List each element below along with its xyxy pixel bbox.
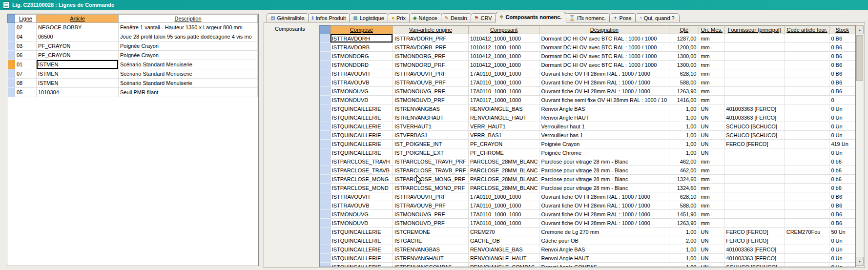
grid-cell[interactable]: Ouvrant fiche OV HI 28mm RAL : 1000 / 10… [539, 210, 669, 219]
grid-cell[interactable]: 06500 [37, 32, 119, 42]
tab-composants-nomenc[interactable]: ❖Composants nomenc. [496, 12, 567, 22]
grid-cell[interactable]: 0 Un [829, 148, 855, 157]
scrollbar-track[interactable] [856, 34, 864, 257]
grid-cell[interactable]: ISTPARCLOSE_TRAVB_PRF [393, 166, 469, 175]
grid-cell[interactable]: RENVOIANGLE_BAS [468, 245, 539, 254]
grid-cell[interactable]: 401003363 [FERCO] [724, 254, 785, 263]
grid-cell[interactable]: 1,00 [669, 122, 699, 131]
grid-cell[interactable] [724, 157, 785, 166]
grid-cell[interactable]: UN [699, 263, 724, 268]
grid-cell[interactable]: 1010412_1000_1000 [468, 61, 539, 69]
grid-cell[interactable]: ISTMONOUVG [330, 87, 393, 96]
grid-cell[interactable]: Dormant DC HI OV avec BTC RAL : 1000 / 1… [539, 61, 669, 69]
grid-cell[interactable]: 17A0110_1000_1000 [468, 87, 539, 96]
column-header-article[interactable]: Article [37, 15, 119, 23]
component-row[interactable]: ISTPARCLOSE_TRAVBISTPARCLOSE_TRAVB_PRFPA… [320, 166, 855, 175]
grid-cell[interactable]: ISTVERHAUT1 [393, 122, 469, 131]
grid-cell[interactable]: 50 Un [829, 228, 855, 236]
grid-cell[interactable] [785, 52, 829, 61]
grid-cell[interactable]: ISTMONOUVG [330, 210, 393, 219]
column-header[interactable]: Fournisseur (principal) [724, 26, 785, 34]
grid-cell[interactable]: ISTMONDORG_PRF [393, 52, 469, 61]
grid-cell[interactable]: 419 Un [829, 140, 855, 148]
row-selector[interactable] [320, 78, 331, 87]
row-selector[interactable] [320, 148, 331, 157]
row-selector[interactable] [320, 69, 331, 78]
grid-cell[interactable]: mm [699, 157, 724, 166]
grid-cell[interactable]: PARCLOSE_28MM_BLANC [468, 157, 539, 166]
grid-cell[interactable]: mm [699, 201, 724, 210]
grid-cell[interactable] [724, 87, 785, 96]
grid-cell[interactable] [785, 43, 829, 52]
grid-cell[interactable]: ISTQUINCAILLERIE [330, 236, 393, 245]
grid-cell[interactable]: 1416,00 [669, 96, 699, 104]
grid-cell[interactable]: 1451,90 [669, 210, 699, 219]
grid-cell[interactable]: Ouvrant fiche OV HI 28mm RAL : 1000 / 10… [539, 69, 669, 78]
grid-cell[interactable]: UN [699, 254, 724, 263]
grid-cell[interactable]: 1300,00 [669, 61, 699, 69]
grid-cell[interactable]: UN [699, 122, 724, 131]
grid-cell[interactable]: 0 Un [829, 245, 855, 254]
grid-cell[interactable] [724, 201, 785, 210]
grid-cell[interactable]: mm [699, 166, 724, 175]
row-selector[interactable] [320, 184, 331, 192]
grid-cell[interactable]: Renvoi Angle HAUT [539, 254, 669, 263]
component-row[interactable]: ISTQUINCAILLERIEISTCREMONECREM270Cremone… [320, 228, 855, 236]
component-row[interactable]: ISTMONOUVDISTMONOUVD_PRF17A0117_1000_100… [320, 96, 855, 104]
grid-cell[interactable]: 0 Un [829, 131, 855, 140]
grid-cell[interactable]: Cremone de Lg 270 mm [539, 228, 669, 236]
grid-cell[interactable]: ISTQUINCAILLERIE [330, 104, 393, 113]
scrollbar-thumb[interactable] [856, 35, 863, 81]
grid-cell[interactable] [785, 263, 829, 268]
component-row[interactable]: ISTPARCLOSE_MONGISTPARCLOSE_MONG_PRFPARC… [320, 175, 855, 184]
grid-cell[interactable]: ISTQUINCAILLERIE [330, 140, 393, 148]
grid-cell[interactable]: Ouvrant fiche OV HI 28mm RAL : 1000 / 10… [539, 219, 669, 228]
row-selector[interactable] [8, 60, 15, 69]
component-row[interactable]: ISTTRAVOUVBISTTRAVOUVB_PRF17A0110_1000_1… [320, 201, 855, 210]
grid-cell[interactable]: FERCO [FERCO] [724, 140, 785, 148]
grid-cell[interactable] [785, 210, 829, 219]
grid-cell[interactable]: 0 b6 [829, 175, 855, 184]
grid-cell[interactable] [785, 236, 829, 245]
grid-cell[interactable] [785, 184, 829, 192]
grid-cell[interactable]: 1010412_1000_1000 [468, 43, 539, 52]
grid-cell[interactable] [724, 184, 785, 192]
grid-cell[interactable]: Ouvrant fiche semi fixe OV HI 28mm RAL :… [539, 96, 669, 104]
column-header[interactable]: Désignation [539, 26, 669, 34]
grid-cell[interactable]: 588,00 [669, 78, 699, 87]
grid-cell[interactable]: 1,00 [669, 228, 699, 236]
grid-cell[interactable]: Ouvrant fiche OV HI 28mm RAL : 1000 / 10… [539, 201, 669, 210]
grid-cell[interactable]: 03 [15, 42, 37, 51]
grid-cell[interactable]: Ouvrant fiche OV HI 28mm RAL : 1000 / 10… [539, 87, 669, 96]
grid-cell[interactable]: 1324,60 [669, 184, 699, 192]
tab-logistique[interactable]: ▦Logistique [349, 13, 389, 22]
component-row[interactable]: ISTQUINCAILLERIEIST_POIGNEE_INTPF_CRAYON… [320, 140, 855, 148]
grid-cell[interactable]: mm [699, 184, 724, 192]
grid-cell[interactable] [724, 69, 785, 78]
window-titlebar[interactable]: Lig. C231100028 : Lignes de Commande [0, 0, 868, 10]
grid-cell[interactable]: 17A0110_1000_1000 [468, 210, 539, 219]
grid-cell[interactable]: 0 Un [829, 104, 855, 113]
row-selector[interactable] [8, 79, 15, 88]
grid-cell[interactable]: RENVOIANGLE_HAUT [468, 113, 539, 122]
grid-cell[interactable]: ISTGACHE [393, 236, 469, 245]
grid-cell[interactable] [785, 34, 829, 43]
grid-cell[interactable]: 1,00 [669, 140, 699, 148]
grid-cell[interactable]: RENVOIANGLE_BAS [468, 104, 539, 113]
grid-cell[interactable] [724, 34, 785, 43]
grid-cell[interactable]: ISTTRAVOUVH_PRF [393, 69, 469, 78]
component-row[interactable]: ISTQUINCAILLERIEISTRENVANGHAUTRENVOIANGL… [320, 254, 855, 263]
grid-cell[interactable]: Renvoi Angle COMPAS [539, 263, 669, 268]
grid-cell[interactable]: Scénario Standard Menuiserie [119, 69, 258, 79]
order-line-row[interactable]: 07ISTMENScénario Standard Menuiserie [8, 69, 258, 79]
tab-infos-produit[interactable]: ℹInfos Produit [308, 13, 351, 22]
grid-cell[interactable]: ISTMONOUVD [330, 96, 393, 104]
grid-cell[interactable]: ISTMONDORD_PRF [393, 61, 469, 69]
grid-cell[interactable] [785, 175, 829, 184]
grid-cell[interactable]: 0 Un [829, 263, 855, 268]
row-selector[interactable] [320, 228, 331, 236]
row-selector[interactable] [8, 23, 15, 32]
grid-cell[interactable]: 0 B6 [829, 219, 855, 228]
row-selector[interactable] [320, 52, 331, 61]
grid-cell[interactable]: 05 [15, 88, 37, 97]
